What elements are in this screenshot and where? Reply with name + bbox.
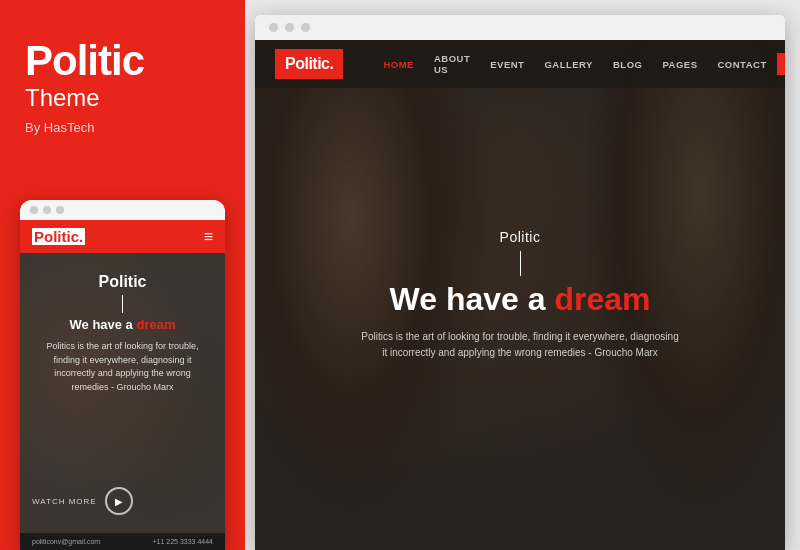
mobile-header: Politic. ≡ [20,220,225,253]
mobile-logo-text: Politic. [32,228,85,245]
theme-subtitle: Theme [25,84,220,112]
mobile-hero-divider [122,295,123,313]
mobile-footer-email: politiconv@gmail.com [32,538,100,545]
browser-topbar [255,15,785,40]
mobile-footer: politiconv@gmail.com +11 225 3333 4444 [20,533,225,550]
browser-hero-divider [520,251,521,276]
mobile-titlebar [20,200,225,220]
mobile-menu-icon[interactable]: ≡ [204,229,213,245]
mobile-play-button[interactable]: ▶ [105,487,133,515]
browser-headline-accent: dream [554,281,650,317]
browser-hero-content: Politic We have a dream Politics is the … [361,229,679,361]
donate-button[interactable]: DONATE [777,53,785,75]
browser-dot-3 [301,23,310,32]
nav-link-gallery[interactable]: GALLERY [534,59,603,70]
mobile-hero-description: Politics is the art of looking for troub… [32,340,213,394]
browser-hero: Politic. HOME ABOUT US EVENT GALLERY BLO… [255,40,785,550]
mobile-hero-headline: We have a dream [32,317,213,332]
mobile-watch-label: WATCH MORE [32,497,97,506]
mobile-dot-3 [56,206,64,214]
browser-window: Politic. HOME ABOUT US EVENT GALLERY BLO… [255,15,785,550]
theme-title: Politic [25,40,220,82]
mobile-dot-2 [43,206,51,214]
mobile-headline-pre: We have a [70,317,137,332]
browser-hero-headline: We have a dream [361,282,679,317]
mobile-footer-phone: +11 225 3333 4444 [152,538,213,545]
mobile-mockup: Politic. ≡ Politic We have a dream Polit… [20,200,225,550]
browser-dot-1 [269,23,278,32]
theme-author: By HasTech [25,120,220,135]
nav-link-about[interactable]: ABOUT US [424,53,480,75]
nav-link-blog[interactable]: BLOG [603,59,652,70]
mobile-watch-row: WATCH MORE ▶ [20,479,145,523]
browser-headline-pre: We have a [390,281,555,317]
mobile-logo: Politic. [32,228,85,245]
browser-hero-description: Politics is the art of looking for troub… [361,329,679,361]
nav-link-home[interactable]: HOME [373,59,424,70]
mobile-dot-1 [30,206,38,214]
left-panel: Politic Theme By HasTech Politic. ≡ Poli… [0,0,245,550]
browser-dot-2 [285,23,294,32]
right-panel: Politic. HOME ABOUT US EVENT GALLERY BLO… [245,0,800,550]
browser-hero-title: Politic [361,229,679,245]
browser-nav: Politic. HOME ABOUT US EVENT GALLERY BLO… [255,40,785,88]
nav-link-contact[interactable]: CONTACT [707,59,776,70]
mobile-headline-accent: dream [136,317,175,332]
browser-nav-logo: Politic. [275,49,343,79]
nav-link-event[interactable]: EVENT [480,59,534,70]
nav-link-pages[interactable]: PAGES [652,59,707,70]
mobile-hero-title: Politic [32,273,213,291]
browser-logo-text: Politic. [285,55,333,72]
nav-links: HOME ABOUT US EVENT GALLERY BLOG PAGES C… [373,53,776,75]
mobile-hero-content: Politic We have a dream Politics is the … [20,253,225,404]
mobile-hero: Politic We have a dream Politics is the … [20,253,225,533]
